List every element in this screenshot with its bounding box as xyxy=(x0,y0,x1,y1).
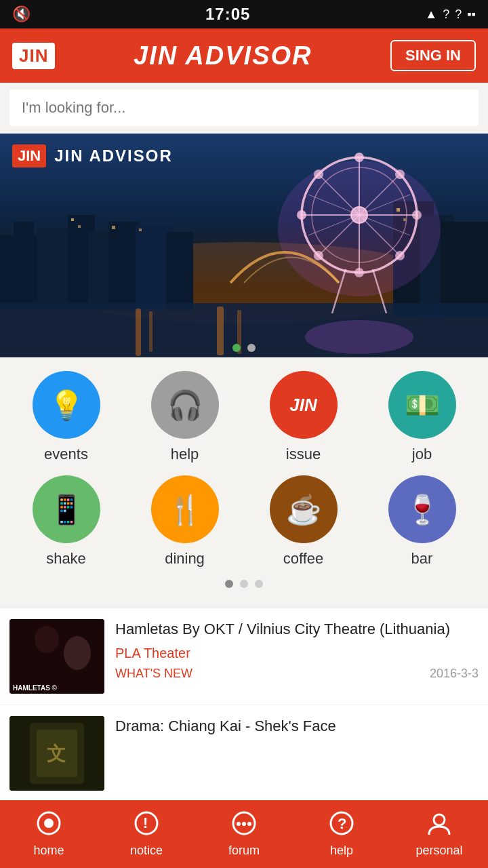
svg-point-36 xyxy=(354,268,364,277)
shake-label: shake xyxy=(46,550,86,568)
svg-point-55 xyxy=(44,818,54,828)
dining-circle: 🍴 xyxy=(151,475,219,543)
grid-row-1: 💡 events 🎧 help JIN issue 💵 job xyxy=(7,371,481,463)
svg-rect-4 xyxy=(37,229,71,310)
svg-rect-7 xyxy=(108,222,139,310)
header-logo: JIN xyxy=(12,43,55,69)
battery-icon: ▪▪ xyxy=(467,7,476,22)
svg-rect-15 xyxy=(149,311,152,352)
svg-point-42 xyxy=(314,251,323,260)
news-item-2[interactable]: 文 Drama: Chiang Kai - Shek's Face xyxy=(0,705,488,802)
banner-logo-box: JIN xyxy=(12,144,46,167)
coffee-icon: ☕ xyxy=(286,493,321,526)
svg-point-40 xyxy=(395,251,405,260)
notice-icon: ! xyxy=(134,810,159,840)
svg-point-35 xyxy=(354,153,364,162)
search-input[interactable] xyxy=(9,90,479,126)
svg-rect-12 xyxy=(441,222,488,317)
grid-item-shake[interactable]: 📱 shake xyxy=(16,475,117,568)
banner-dot-2[interactable] xyxy=(247,344,256,352)
svg-rect-16 xyxy=(217,307,224,355)
svg-point-60 xyxy=(242,822,246,826)
status-mute-icon: 🔇 xyxy=(12,5,30,23)
signin-button[interactable]: SING IN xyxy=(390,40,476,71)
news-category-1: WHAT'S NEW xyxy=(115,667,192,681)
header-title: JIN ADVISOR xyxy=(55,41,390,71)
status-icons: ▲ ? ? ▪▪ xyxy=(425,7,476,22)
personal-label: personal xyxy=(415,844,462,858)
nav-item-notice[interactable]: ! notice xyxy=(102,810,190,858)
grid-item-job[interactable]: 💵 job xyxy=(371,371,473,463)
drama-thumb-svg: 文 xyxy=(9,716,104,791)
help-label: help xyxy=(171,446,199,463)
app-header: JIN JIN ADVISOR SING IN xyxy=(0,28,488,83)
svg-point-34 xyxy=(351,207,367,223)
bar-icon: 🍷 xyxy=(405,493,440,526)
banner-dot-1[interactable] xyxy=(232,344,241,352)
hamletas-thumb-svg: HAMLETAS © xyxy=(9,619,104,694)
home-icon xyxy=(36,810,62,840)
status-bar: 🔇 17:05 ▲ ? ? ▪▪ xyxy=(0,0,488,28)
forum-icon xyxy=(231,810,257,840)
dining-label: dining xyxy=(165,550,205,568)
svg-rect-6 xyxy=(88,232,112,310)
svg-rect-21 xyxy=(78,225,81,228)
news-thumb-2: 文 xyxy=(9,716,104,791)
help-icon: 🎧 xyxy=(167,389,203,422)
svg-text:文: 文 xyxy=(47,743,66,764)
grid-dot-2[interactable] xyxy=(240,580,248,588)
svg-point-37 xyxy=(297,210,306,220)
grid-page-dots xyxy=(7,580,481,588)
job-label: job xyxy=(412,446,432,463)
wifi-icon: ▲ xyxy=(425,7,437,22)
grid-item-dining[interactable]: 🍴 dining xyxy=(134,475,236,568)
issue-label: issue xyxy=(286,446,321,463)
news-location-1: PLA Theater xyxy=(115,646,479,661)
news-meta-1: WHAT'S NEW 2016-3-3 xyxy=(115,667,479,681)
home-label: home xyxy=(33,844,64,858)
svg-rect-20 xyxy=(71,218,74,221)
help-circle: 🎧 xyxy=(151,371,219,439)
svg-rect-9 xyxy=(166,232,193,310)
news-title-2: Drama: Chiang Kai - Shek's Face xyxy=(115,716,479,737)
svg-point-64 xyxy=(434,814,445,825)
nav-item-home[interactable]: home xyxy=(5,810,93,858)
grid-item-events[interactable]: 💡 events xyxy=(16,371,117,463)
news-thumb-img-2: 文 xyxy=(9,716,104,791)
news-content-1: Hamletas By OKT / Vilnius City Theatre (… xyxy=(115,619,479,681)
news-thumb-img-1: HAMLETAS © xyxy=(9,619,104,694)
coffee-circle: ☕ xyxy=(270,475,338,543)
svg-text:?: ? xyxy=(338,815,346,832)
grid-item-help[interactable]: 🎧 help xyxy=(134,371,236,463)
svg-point-19 xyxy=(305,320,413,354)
svg-point-46 xyxy=(35,626,59,653)
help-nav-icon: ? xyxy=(329,810,354,840)
banner-logo-text: JIN ADVISOR xyxy=(54,146,172,165)
events-label: events xyxy=(44,446,88,463)
news-date-1: 2016-3-3 xyxy=(430,667,479,681)
events-icon: 💡 xyxy=(49,389,84,422)
bar-label: bar xyxy=(411,550,433,568)
svg-point-39 xyxy=(314,170,323,179)
svg-point-41 xyxy=(395,170,405,179)
svg-point-48 xyxy=(64,636,91,670)
personal-icon xyxy=(426,810,452,840)
nav-item-forum[interactable]: forum xyxy=(200,810,288,858)
svg-point-61 xyxy=(247,822,251,826)
hero-banner: JIN JIN ADVISOR xyxy=(0,134,488,357)
signal-icon2: ? xyxy=(455,7,462,22)
dining-icon: 🍴 xyxy=(167,493,203,526)
nav-item-personal[interactable]: personal xyxy=(395,810,483,858)
status-time: 17:05 xyxy=(205,5,250,24)
grid-item-coffee[interactable]: ☕ coffee xyxy=(253,475,354,568)
svg-rect-23 xyxy=(139,229,142,231)
grid-item-bar[interactable]: 🍷 bar xyxy=(371,475,473,568)
shake-icon: 📱 xyxy=(49,493,84,526)
news-item-1[interactable]: HAMLETAS © Hamletas By OKT / Vilnius Cit… xyxy=(0,608,488,705)
grid-dot-3[interactable] xyxy=(255,580,263,588)
news-list: HAMLETAS © Hamletas By OKT / Vilnius Cit… xyxy=(0,608,488,802)
grid-dot-1[interactable] xyxy=(225,580,233,588)
issue-circle: JIN xyxy=(270,371,338,439)
grid-item-issue[interactable]: JIN issue xyxy=(253,371,354,463)
nav-item-help[interactable]: ? help xyxy=(298,810,386,858)
